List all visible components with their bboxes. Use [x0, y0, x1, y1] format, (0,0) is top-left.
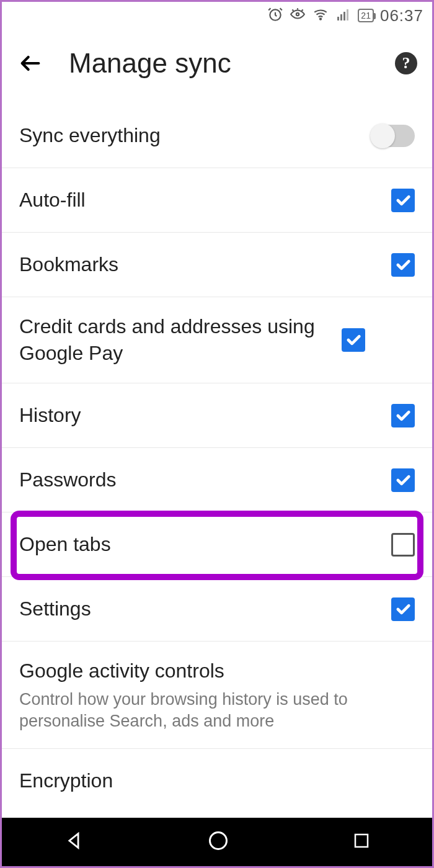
check-icon — [394, 256, 412, 274]
svg-point-7 — [210, 833, 227, 849]
row-settings[interactable]: Settings — [2, 577, 432, 642]
header: Manage sync ? — [2, 29, 432, 104]
eye-comfort-icon — [290, 6, 306, 25]
row-label: Passwords — [19, 467, 391, 493]
row-sync-everything[interactable]: Sync everything — [2, 104, 432, 168]
check-icon — [394, 192, 412, 209]
checkbox-settings[interactable] — [391, 597, 415, 621]
row-open-tabs[interactable]: Open tabs — [2, 512, 432, 577]
back-button[interactable] — [17, 50, 44, 77]
row-bookmarks[interactable]: Bookmarks — [2, 233, 432, 297]
row-label: Settings — [19, 596, 391, 622]
check-icon — [345, 331, 362, 349]
row-label: Auto-fill — [19, 187, 391, 213]
help-icon: ? — [402, 54, 410, 73]
row-google-activity-controls[interactable]: Google activity controls Control how you… — [2, 642, 432, 748]
nav-back-button[interactable] — [63, 830, 84, 854]
signal-icon — [335, 7, 352, 24]
status-bar: 21 06:37 — [2, 2, 432, 29]
circle-home-icon — [207, 830, 229, 852]
checkbox-credit-cards[interactable] — [342, 328, 365, 352]
row-label: Encryption — [19, 767, 415, 794]
row-label: Bookmarks — [19, 251, 391, 278]
row-sublabel: Control how your browsing history is use… — [19, 689, 415, 732]
checkbox-open-tabs[interactable] — [391, 533, 415, 557]
row-label: Open tabs — [19, 531, 391, 558]
row-label: Google activity controls — [19, 658, 415, 684]
square-recent-icon — [352, 831, 371, 850]
nav-home-button[interactable] — [207, 830, 229, 854]
svg-rect-8 — [355, 834, 368, 847]
svg-rect-3 — [337, 17, 339, 20]
svg-point-1 — [296, 13, 299, 16]
checkbox-autofill[interactable] — [391, 189, 415, 212]
check-icon — [394, 407, 412, 424]
triangle-back-icon — [63, 830, 84, 851]
row-credit-cards[interactable]: Credit cards and addresses using Google … — [2, 297, 432, 383]
svg-rect-5 — [343, 12, 345, 20]
row-autofill[interactable]: Auto-fill — [2, 168, 432, 233]
help-button[interactable]: ? — [395, 52, 417, 74]
svg-rect-6 — [347, 9, 348, 20]
row-label: Sync everything — [19, 122, 371, 149]
alarm-icon — [267, 6, 283, 25]
row-history[interactable]: History — [2, 383, 432, 448]
page-title: Manage sync — [69, 48, 370, 79]
battery-icon: 21 — [358, 9, 374, 22]
android-nav-bar — [2, 818, 432, 866]
status-time: 06:37 — [380, 6, 423, 25]
checkbox-bookmarks[interactable] — [391, 253, 415, 277]
check-icon — [394, 601, 412, 618]
wifi-icon — [312, 6, 329, 25]
checkbox-history[interactable] — [391, 404, 415, 427]
row-passwords[interactable]: Passwords — [2, 448, 432, 512]
row-label: Credit cards and addresses using Google … — [19, 313, 342, 367]
checkbox-passwords[interactable] — [391, 468, 415, 492]
arrow-left-icon — [18, 51, 43, 76]
svg-rect-4 — [340, 14, 342, 20]
row-label: History — [19, 402, 391, 429]
row-encryption[interactable]: Encryption — [2, 749, 432, 813]
nav-recent-button[interactable] — [352, 831, 371, 852]
toggle-knob — [370, 123, 395, 148]
svg-point-2 — [320, 19, 321, 20]
toggle-sync-everything[interactable] — [371, 125, 415, 147]
check-icon — [394, 472, 412, 489]
